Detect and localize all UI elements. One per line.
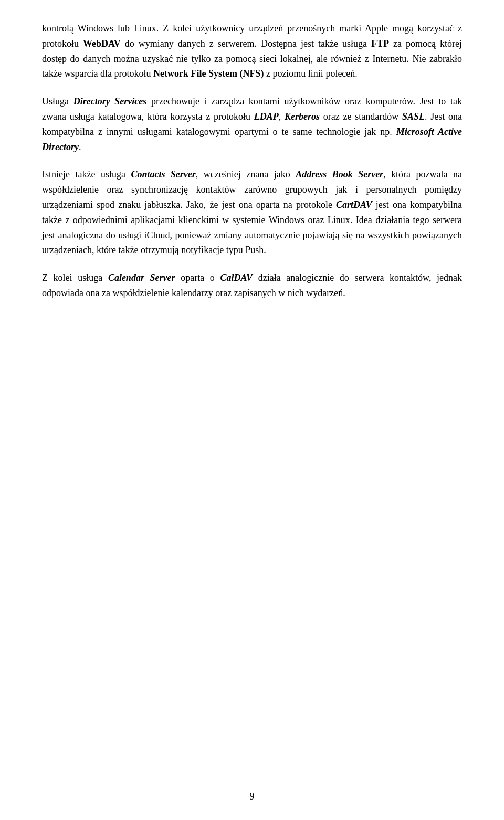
page-number: 9 — [250, 789, 255, 804]
paragraph-4: Z kolei usługa Calendar Server oparta o … — [42, 270, 462, 301]
content-body: kontrolą Windows lub Linux. Z kolei użyt… — [42, 21, 462, 301]
paragraph-3: Istnieje także usługa Contacts Server, w… — [42, 167, 462, 258]
paragraph-2: Usługa Directory Services przechowuje i … — [42, 94, 462, 154]
page-container: kontrolą Windows lub Linux. Z kolei użyt… — [0, 0, 504, 820]
paragraph-1: kontrolą Windows lub Linux. Z kolei użyt… — [42, 21, 462, 81]
